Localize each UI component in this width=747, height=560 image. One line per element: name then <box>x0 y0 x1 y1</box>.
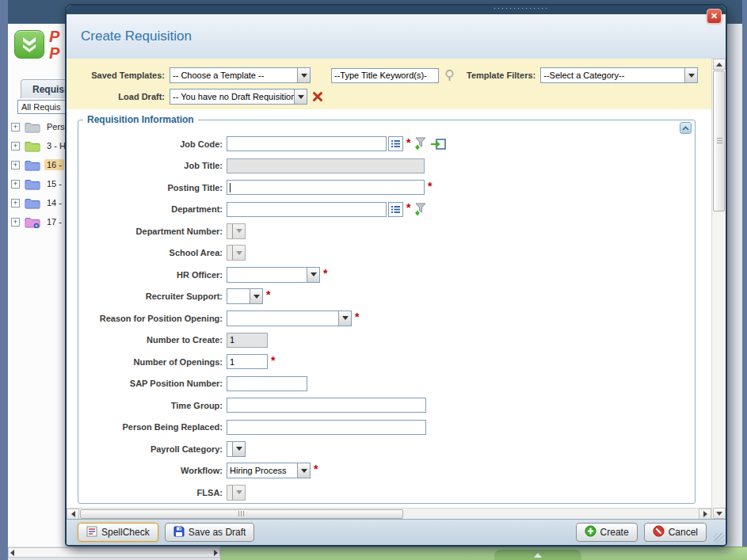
required-asterisk: * <box>323 267 327 280</box>
dialog-footer: SpellCheck Save as Draft <box>67 519 726 545</box>
save-as-draft-button[interactable]: Save as Draft <box>165 523 255 542</box>
page-right-strip <box>742 0 747 560</box>
filter-funnel-icon[interactable] <box>413 202 428 217</box>
folder-icon <box>25 159 40 171</box>
chevron-down-icon[interactable] <box>250 289 262 303</box>
chevron-down-icon[interactable] <box>232 442 245 456</box>
create-requisition-dialog: ·············· Create Requisition ✕ Save… <box>65 4 727 547</box>
tree-item[interactable]: +3 - H <box>8 136 65 155</box>
tree-item[interactable]: +17 - <box>8 212 65 231</box>
form-row: HR Officer:* <box>78 264 695 286</box>
requisition-filter-select[interactable]: All Requis <box>17 100 65 114</box>
required-asterisk: * <box>271 354 275 367</box>
folder-icon <box>25 121 40 133</box>
dialog-content: Requisition Information Job Code:*Job Ti… <box>67 109 711 508</box>
field-input[interactable] <box>227 376 307 391</box>
chevron-down-icon[interactable] <box>307 268 319 282</box>
tab-requisitions[interactable]: Requisiti <box>21 79 65 98</box>
chevron-down-icon[interactable] <box>684 68 697 82</box>
chevron-down-icon <box>232 246 245 260</box>
field-input[interactable] <box>227 180 425 195</box>
create-button[interactable]: Create <box>576 523 638 542</box>
field-select[interactable] <box>227 441 246 457</box>
field-select[interactable] <box>227 267 320 283</box>
field-value: 1 <box>230 357 234 367</box>
field-select[interactable] <box>227 288 263 304</box>
chevron-down-icon[interactable] <box>294 90 307 104</box>
tree-item-label: 17 - <box>44 216 64 227</box>
field-input[interactable] <box>227 420 426 435</box>
tree-item[interactable]: +Perso <box>8 117 65 136</box>
expand-plus-icon[interactable]: + <box>11 180 20 189</box>
page-right-gap <box>729 24 742 547</box>
field-select <box>227 485 246 501</box>
load-draft-select[interactable]: -- You have no Draft Requisitions <box>170 89 307 105</box>
horizontal-scrollbar[interactable] <box>67 508 711 519</box>
tree-item[interactable]: +14 - <box>8 193 65 212</box>
tree-item-label: 16 - <box>44 159 64 170</box>
panel-expand-handle[interactable] <box>494 550 581 560</box>
scroll-right-icon[interactable] <box>699 509 711 520</box>
field-select[interactable] <box>227 310 352 326</box>
lookup-list-icon[interactable] <box>388 202 403 217</box>
spellcheck-button[interactable]: SpellCheck <box>78 523 158 542</box>
expand-plus-icon[interactable]: + <box>11 142 20 150</box>
bottom-horizontal-scrollbar[interactable] <box>8 547 220 558</box>
scroll-up-icon[interactable] <box>713 59 726 70</box>
collapse-section-icon[interactable] <box>680 122 692 134</box>
scroll-right-icon[interactable] <box>214 550 218 556</box>
field-select[interactable]: Hiring Process <box>227 463 311 478</box>
chevron-down-icon[interactable] <box>338 311 351 326</box>
chevron-down-icon[interactable] <box>297 463 310 478</box>
bottom-green-bar <box>220 547 747 560</box>
form-row: Number to Create:1 <box>78 330 695 352</box>
field-input[interactable] <box>227 136 387 151</box>
expand-plus-icon[interactable]: + <box>11 161 20 170</box>
horizontal-scroll-thumb[interactable] <box>80 509 403 519</box>
form-row: Job Title: <box>78 155 695 177</box>
chevron-down-icon[interactable] <box>297 68 310 82</box>
form-row: Person Being Replaced: <box>78 417 695 439</box>
field-input[interactable] <box>227 398 426 413</box>
required-asterisk: * <box>266 288 270 301</box>
title-keyword-input[interactable]: --Type Title Keyword(s)- <box>331 68 439 83</box>
saved-templates-select[interactable]: -- Choose a Template -- <box>170 67 311 83</box>
vertical-scroll-thumb[interactable] <box>713 70 725 211</box>
template-filters-select[interactable]: --Select a Category-- <box>540 67 698 83</box>
app-logo-text-fragment: P P <box>49 29 65 63</box>
vertical-scrollbar[interactable] <box>711 59 726 519</box>
load-draft-label: Load Draft: <box>67 92 170 101</box>
field-input[interactable]: 1 <box>227 354 268 369</box>
close-icon[interactable]: ✕ <box>707 9 722 24</box>
requisitions-panel: P P Requisiti All Requis +Perso+3 - H+16… <box>8 24 65 547</box>
field-input[interactable] <box>227 202 387 217</box>
scroll-left-icon[interactable] <box>10 550 14 556</box>
lookup-list-icon[interactable] <box>388 136 403 151</box>
form-row: Number of Openings:1* <box>78 351 695 373</box>
tree-item[interactable]: +15 - <box>8 174 65 193</box>
dialog-drag-handle[interactable]: ·············· <box>67 6 726 14</box>
expand-plus-icon[interactable]: + <box>11 199 20 208</box>
tree-item[interactable]: +16 - <box>8 155 65 174</box>
create-label: Create <box>600 527 629 538</box>
scroll-down-icon[interactable] <box>713 508 726 519</box>
save-icon <box>173 526 185 539</box>
form-row: School Area: <box>78 242 695 265</box>
expand-plus-icon[interactable]: + <box>11 123 20 131</box>
form-row: FLSA: <box>78 482 695 504</box>
filter-funnel-icon[interactable] <box>413 136 428 151</box>
field-label: Department Number: <box>78 227 227 236</box>
cancel-button[interactable]: Cancel <box>644 523 707 542</box>
save-as-draft-label: Save as Draft <box>189 527 246 538</box>
dialog-resize-handle[interactable] <box>714 533 724 543</box>
plus-circle-icon <box>585 525 596 539</box>
field-select <box>227 245 246 261</box>
required-asterisk: * <box>406 201 410 214</box>
clear-draft-icon[interactable] <box>312 91 323 102</box>
expand-plus-icon[interactable]: + <box>11 218 20 227</box>
scroll-left-icon[interactable] <box>67 509 79 520</box>
search-icon[interactable] <box>444 69 455 82</box>
assign-to-box-icon[interactable] <box>430 138 447 150</box>
field-label: Recruiter Support: <box>78 291 227 301</box>
field-label: Posting Title: <box>78 183 227 192</box>
